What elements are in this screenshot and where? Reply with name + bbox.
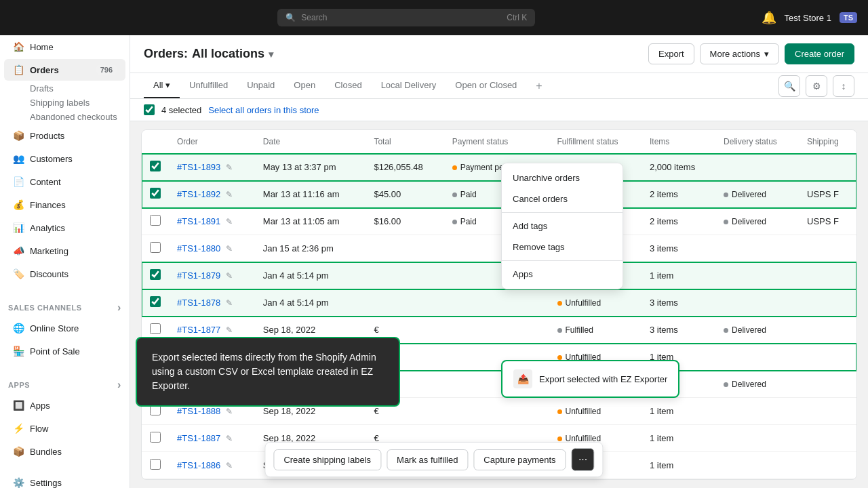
create-order-button[interactable]: Create order — [785, 43, 854, 64]
row-checkbox-cell[interactable] — [142, 208, 169, 235]
search-orders-button[interactable]: 🔍 — [778, 75, 800, 97]
row-order-id[interactable]: #TS1-1878 ✎ — [169, 289, 255, 317]
context-menu: Unarchive orders Cancel orders Add tags … — [501, 163, 623, 289]
sidebar-sub-shipping[interactable]: Shipping labels — [4, 96, 125, 109]
th-payment[interactable]: Payment status — [444, 130, 549, 154]
sidebar-item-online-store[interactable]: 🌐 Online Store — [4, 317, 125, 339]
th-delivery[interactable]: Delivery status — [715, 130, 799, 154]
row-order-id[interactable]: #TS1-1886 ✎ — [169, 452, 255, 479]
sidebar-item-bundles[interactable]: 📦 Bundles — [4, 441, 125, 462]
context-menu-add-tags[interactable]: Add tags — [502, 216, 623, 237]
row-checkbox[interactable] — [150, 323, 161, 334]
sidebar-item-marketing[interactable]: 📣 Marketing — [4, 240, 125, 262]
sidebar-item-settings[interactable]: ⚙️ Settings — [4, 472, 125, 488]
row-delivery — [715, 344, 799, 371]
th-items[interactable]: Items — [642, 130, 715, 154]
table-row[interactable]: #TS1-1879 ✎ Jan 4 at 5:14 pm Unfulfilled… — [142, 262, 856, 289]
tab-unfulfilled[interactable]: Unfulfilled — [180, 73, 237, 98]
sales-channels-expand[interactable]: › — [117, 302, 121, 314]
table-row[interactable]: #TS1-1893 ✎ May 13 at 3:37 pm $126,055.4… — [142, 154, 856, 181]
table-row[interactable]: #TS1-1878 ✎ Jan 4 at 5:14 pm Unfulfilled… — [142, 289, 856, 317]
table-row[interactable]: #TS1-1891 ✎ Mar 13 at 11:05 am $16.00 Pa… — [142, 208, 856, 235]
row-checkbox-cell[interactable] — [142, 425, 169, 452]
filter-button[interactable]: ⚙ — [806, 75, 827, 97]
search-bar[interactable]: 🔍 Search Ctrl K — [277, 9, 535, 26]
row-order-id[interactable]: #TS1-1885 ✎ — [169, 479, 255, 481]
notification-icon[interactable]: 🔔 — [762, 10, 776, 25]
row-amount: € — [366, 479, 443, 481]
row-checkbox[interactable] — [150, 242, 161, 253]
sidebar-item-discounts[interactable]: 🏷️ Discounts — [4, 263, 125, 285]
location-selector[interactable]: All locations — [192, 47, 264, 61]
tab-all[interactable]: All ▾ — [144, 73, 180, 98]
sidebar-item-content[interactable]: 📄 Content — [4, 171, 125, 192]
sidebar-item-flow[interactable]: ⚡ Flow — [4, 418, 125, 439]
row-order-id[interactable]: #TS1-1880 ✎ — [169, 235, 255, 262]
mark-fulfilled-button[interactable]: Mark as fulfilled — [387, 449, 468, 470]
row-checkbox-cell[interactable] — [142, 235, 169, 262]
sidebar-item-analytics[interactable]: 📊 Analytics — [4, 217, 125, 239]
table-row[interactable]: #TS1-1880 ✎ Jan 15 at 2:36 pm Unfulfille… — [142, 235, 856, 262]
row-checkbox-cell[interactable] — [142, 262, 169, 289]
ez-exporter-popup[interactable]: 📤 Export selected with EZ Exporter — [501, 360, 679, 398]
row-items: 3 items — [642, 317, 715, 344]
table-row[interactable]: #TS1-1885 ✎ Sep 18, 2022 € Unfulfilled 1… — [142, 479, 856, 481]
tab-open[interactable]: Open — [284, 73, 325, 98]
th-date[interactable]: Date — [255, 130, 366, 154]
row-checkbox-cell[interactable] — [142, 181, 169, 208]
sort-button[interactable]: ↕ — [833, 75, 854, 97]
row-checkbox-cell[interactable] — [142, 154, 169, 181]
tab-unpaid[interactable]: Unpaid — [237, 73, 284, 98]
tab-local-delivery[interactable]: Local Delivery — [372, 73, 446, 98]
row-checkbox[interactable] — [150, 432, 161, 443]
context-menu-apps[interactable]: Apps — [502, 264, 623, 285]
row-order-id[interactable]: #TS1-1879 ✎ — [169, 262, 255, 289]
row-shipping — [799, 344, 856, 371]
sidebar-item-point-of-sale[interactable]: 🏪 Point of Sale — [4, 340, 125, 362]
sidebar-item-products[interactable]: 📦 Products — [4, 125, 125, 146]
sidebar-item-orders[interactable]: 📋 Orders 796 — [4, 59, 125, 81]
sidebar-item-home[interactable]: 🏠 Home — [4, 36, 125, 58]
th-order[interactable]: Order — [169, 130, 255, 154]
row-checkbox-cell[interactable] — [142, 289, 169, 317]
sidebar-item-finances[interactable]: 💰 Finances — [4, 194, 125, 216]
tab-closed[interactable]: Closed — [325, 73, 371, 98]
row-checkbox[interactable] — [150, 188, 161, 199]
row-checkbox[interactable] — [150, 296, 161, 307]
th-shipping[interactable]: Shipping — [799, 130, 856, 154]
apps-expand[interactable]: › — [117, 379, 121, 391]
th-amount[interactable]: Total — [366, 130, 443, 154]
tab-open-or-closed[interactable]: Open or Closed — [446, 73, 526, 98]
context-menu-cancel[interactable]: Cancel orders — [502, 188, 623, 209]
row-checkbox-cell[interactable] — [142, 479, 169, 481]
sidebar-sub-drafts[interactable]: Drafts — [4, 82, 125, 95]
row-order-id[interactable]: #TS1-1892 ✎ — [169, 181, 255, 208]
sidebar-sub-abandoned[interactable]: Abandoned checkouts — [4, 110, 125, 123]
select-all-checkbox[interactable] — [144, 104, 155, 115]
row-checkbox[interactable] — [150, 459, 161, 470]
th-fulfillment[interactable]: Fulfillment status — [549, 130, 642, 154]
table-row[interactable]: #TS1-1892 ✎ Mar 13 at 11:16 am $45.00 Pa… — [142, 181, 856, 208]
row-order-id[interactable]: #TS1-1893 ✎ — [169, 154, 255, 181]
context-menu-unarchive[interactable]: Unarchive orders — [502, 167, 623, 188]
create-shipping-labels-button[interactable]: Create shipping labels — [273, 449, 381, 470]
row-checkbox-cell[interactable] — [142, 452, 169, 479]
context-menu-remove-tags[interactable]: Remove tags — [502, 237, 623, 258]
sidebar-item-label: Orders — [30, 65, 59, 75]
row-checkbox[interactable] — [150, 161, 161, 171]
sidebar-item-customers[interactable]: 👥 Customers — [4, 148, 125, 169]
row-checkbox[interactable] — [150, 215, 161, 226]
row-order-id[interactable]: #TS1-1887 ✎ — [169, 425, 255, 452]
add-tab-button[interactable]: + — [529, 75, 549, 98]
more-actions-bottom-button[interactable]: ··· — [572, 448, 595, 471]
row-checkbox[interactable] — [150, 269, 161, 280]
row-shipping — [799, 317, 856, 344]
sidebar-item-label: Discounts — [30, 269, 68, 279]
capture-payments-button[interactable]: Capture payments — [473, 449, 566, 470]
select-all-link[interactable]: Select all orders in this store — [208, 105, 319, 115]
row-order-id[interactable]: #TS1-1891 ✎ — [169, 208, 255, 235]
row-date: May 13 at 3:37 pm — [255, 154, 366, 181]
sidebar-item-apps[interactable]: 🔲 Apps — [4, 394, 125, 416]
export-button[interactable]: Export — [648, 43, 694, 64]
more-actions-button[interactable]: More actions ▾ — [700, 43, 779, 64]
